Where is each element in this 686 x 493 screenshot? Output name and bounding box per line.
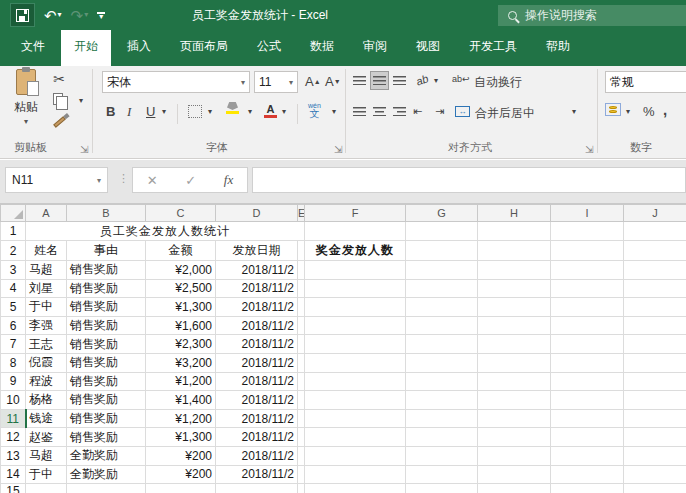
cell-amount[interactable]: ¥1,600 bbox=[146, 316, 216, 335]
borders-button[interactable] bbox=[188, 105, 202, 118]
cell-reason[interactable]: 全勤奖励 bbox=[67, 465, 146, 484]
cell[interactable] bbox=[478, 261, 551, 280]
paste-dropdown-icon[interactable]: ▾ bbox=[24, 117, 28, 126]
cell[interactable] bbox=[406, 316, 478, 335]
cell-date[interactable]: 2018/11/2 bbox=[216, 465, 298, 484]
cell[interactable] bbox=[305, 353, 406, 372]
cell-date[interactable]: 2018/11/2 bbox=[216, 409, 298, 428]
cell-name[interactable]: 于中 bbox=[26, 298, 67, 317]
cell[interactable] bbox=[406, 428, 478, 447]
tab-开始[interactable]: 开始 bbox=[61, 30, 111, 66]
cell[interactable] bbox=[298, 409, 305, 428]
cell-header[interactable]: 事由 bbox=[67, 241, 146, 261]
column-header-I[interactable]: I bbox=[551, 205, 624, 222]
clipboard-dialog-launcher-icon[interactable]: ⇲ bbox=[80, 145, 88, 155]
cell[interactable] bbox=[406, 353, 478, 372]
cell[interactable] bbox=[478, 335, 551, 354]
cell[interactable] bbox=[551, 465, 624, 484]
cell[interactable] bbox=[551, 446, 624, 465]
cell[interactable] bbox=[298, 428, 305, 447]
cell-reason[interactable]: 销售奖励 bbox=[67, 391, 146, 410]
cell-amount[interactable]: ¥1,300 bbox=[146, 428, 216, 447]
top-align-button[interactable] bbox=[350, 71, 369, 90]
cell-header[interactable]: 金额 bbox=[146, 241, 216, 261]
underline-button[interactable]: U bbox=[146, 104, 155, 119]
cell[interactable] bbox=[624, 316, 686, 335]
cell-reason[interactable]: 销售奖励 bbox=[67, 316, 146, 335]
cell[interactable] bbox=[478, 241, 551, 261]
row-header-8[interactable]: 8 bbox=[1, 353, 26, 372]
cell[interactable] bbox=[406, 484, 478, 493]
cell-name[interactable]: 杨格 bbox=[26, 391, 67, 410]
cell[interactable] bbox=[624, 298, 686, 317]
formula-bar-splitter[interactable]: ⋮ bbox=[118, 172, 129, 185]
cell[interactable] bbox=[305, 298, 406, 317]
fill-color-dropdown-icon[interactable]: ▾ bbox=[248, 107, 252, 116]
cell-header[interactable]: 姓名 bbox=[26, 241, 67, 261]
cell[interactable] bbox=[298, 261, 305, 280]
cell[interactable] bbox=[624, 428, 686, 447]
cell[interactable] bbox=[551, 298, 624, 317]
cell-header[interactable]: 发放日期 bbox=[216, 241, 298, 261]
cell-reason[interactable]: 销售奖励 bbox=[67, 409, 146, 428]
cell[interactable] bbox=[551, 335, 624, 354]
tab-公式[interactable]: 公式 bbox=[244, 30, 294, 63]
align-right-button[interactable] bbox=[390, 102, 409, 121]
font-color-dropdown-icon[interactable]: ▾ bbox=[282, 107, 286, 116]
font-color-button[interactable]: A bbox=[264, 103, 277, 118]
cell[interactable] bbox=[478, 353, 551, 372]
cell[interactable] bbox=[478, 222, 551, 241]
decrease-indent-button[interactable]: ⇤ bbox=[413, 105, 422, 118]
tab-插入[interactable]: 插入 bbox=[114, 30, 164, 63]
tab-文件[interactable]: 文件 bbox=[8, 30, 58, 63]
row-header-12[interactable]: 12 bbox=[1, 428, 26, 447]
accounting-dropdown-icon[interactable]: ▾ bbox=[626, 107, 630, 116]
cell[interactable] bbox=[478, 446, 551, 465]
column-header-C[interactable]: C bbox=[146, 205, 216, 222]
cell-date[interactable]: 2018/11/2 bbox=[216, 372, 298, 391]
cell[interactable] bbox=[551, 279, 624, 298]
cell[interactable] bbox=[551, 428, 624, 447]
select-all-corner[interactable] bbox=[1, 205, 26, 222]
cell[interactable] bbox=[305, 428, 406, 447]
borders-dropdown-icon[interactable]: ▾ bbox=[208, 107, 212, 116]
cell-reason[interactable]: 销售奖励 bbox=[67, 372, 146, 391]
middle-align-button[interactable] bbox=[370, 71, 389, 90]
cell[interactable] bbox=[478, 428, 551, 447]
enter-button[interactable]: ✓ bbox=[185, 173, 196, 188]
tab-审阅[interactable]: 审阅 bbox=[350, 30, 400, 63]
cell[interactable] bbox=[305, 391, 406, 410]
cell-title[interactable]: 员工奖金发放人数统计 bbox=[26, 222, 305, 241]
cell[interactable] bbox=[305, 484, 406, 493]
row-header-10[interactable]: 10 bbox=[1, 391, 26, 410]
cell-side-label[interactable]: 奖金发放人数 bbox=[305, 241, 406, 261]
cell-name[interactable]: 马超 bbox=[26, 261, 67, 280]
cell[interactable] bbox=[406, 222, 478, 241]
undo-dropdown-icon[interactable]: ▾ bbox=[58, 11, 62, 19]
insert-function-button[interactable]: fx bbox=[224, 172, 233, 188]
cell[interactable] bbox=[216, 484, 298, 493]
cell-date[interactable]: 2018/11/2 bbox=[216, 353, 298, 372]
comma-style-button[interactable]: , bbox=[663, 101, 667, 118]
row-header-2[interactable]: 2 bbox=[1, 241, 26, 261]
cell[interactable] bbox=[298, 335, 305, 354]
fill-color-button[interactable] bbox=[226, 102, 239, 114]
cell-name[interactable]: 倪霞 bbox=[26, 353, 67, 372]
cell[interactable] bbox=[305, 279, 406, 298]
cell[interactable] bbox=[298, 298, 305, 317]
tell-me-search[interactable]: 操作说明搜索 bbox=[498, 5, 686, 26]
cell-name[interactable]: 李强 bbox=[26, 316, 67, 335]
merge-center-label[interactable]: 合并后居中 bbox=[475, 105, 535, 122]
cell-amount[interactable]: ¥2,500 bbox=[146, 279, 216, 298]
cell-date[interactable]: 2018/11/2 bbox=[216, 298, 298, 317]
cell-date[interactable]: 2018/11/2 bbox=[216, 335, 298, 354]
save-button[interactable] bbox=[10, 3, 35, 27]
cell-name[interactable]: 刘星 bbox=[26, 279, 67, 298]
cell[interactable] bbox=[26, 484, 67, 493]
cell[interactable] bbox=[478, 298, 551, 317]
cell[interactable] bbox=[478, 316, 551, 335]
cell[interactable] bbox=[478, 372, 551, 391]
column-header-F[interactable]: F bbox=[305, 205, 406, 222]
cell[interactable] bbox=[406, 279, 478, 298]
tab-视图[interactable]: 视图 bbox=[403, 30, 453, 63]
